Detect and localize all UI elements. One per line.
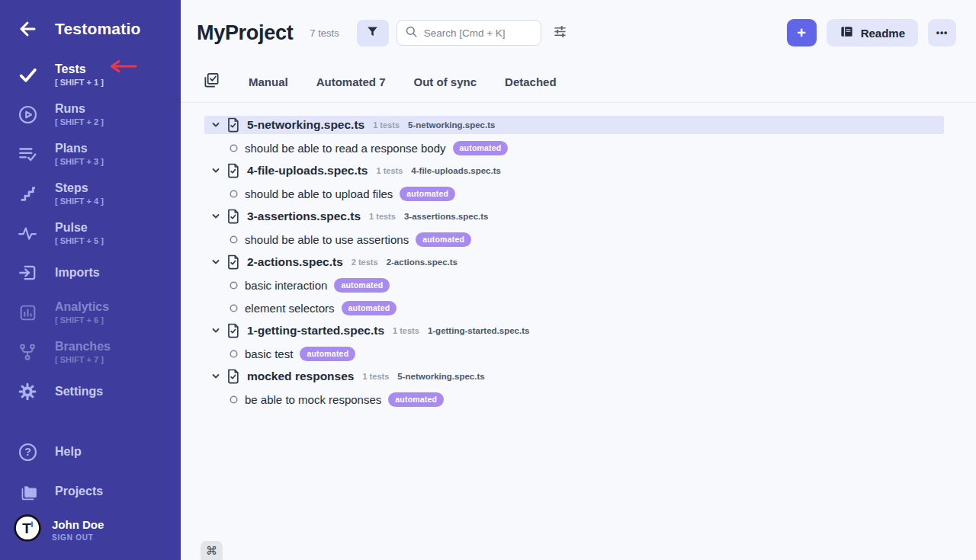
sidebar-item-label: Tests xyxy=(55,62,104,76)
funnel-icon xyxy=(365,24,380,41)
sidebar-item-pulse[interactable]: Pulse [ SHIFT + 5 ] xyxy=(0,213,181,253)
sidebar-item-steps[interactable]: Steps [ SHIFT + 4 ] xyxy=(0,174,181,213)
test-title[interactable]: be able to mock responses xyxy=(245,393,381,406)
test-row[interactable]: should be able to read a response body a… xyxy=(204,139,944,157)
chevron-down-icon[interactable] xyxy=(211,120,220,130)
sidebar-item-help[interactable]: ? Help xyxy=(0,432,181,472)
sidebar-item-shortcut: [ SHIFT + 7 ] xyxy=(55,355,111,364)
test-row[interactable]: element selectors automated xyxy=(204,299,944,317)
test-row[interactable]: should be able to upload files automated xyxy=(204,184,944,203)
sidebar: Testomatio Tests [ SHIFT + 1 ] Runs [ SH… xyxy=(0,0,181,560)
user-name: John Doe xyxy=(52,518,104,531)
automated-badge: automated xyxy=(453,141,509,155)
tab-automated[interactable]: Automated 7 xyxy=(316,75,386,88)
bar-chart-icon xyxy=(17,303,38,322)
back-arrow-icon[interactable] xyxy=(18,20,37,38)
command-shortcut-button[interactable]: ⌘ xyxy=(201,541,223,560)
sidebar-item-label: Pulse xyxy=(55,221,104,235)
page-title: MyProject xyxy=(197,21,293,45)
steps-icon xyxy=(17,184,38,203)
suite-file-label: 5-networking.spec.ts xyxy=(397,372,484,381)
sidebar-item-shortcut: [ SHIFT + 6 ] xyxy=(55,315,109,325)
suite-row[interactable]: 3-assertions.spec.ts 1 tests 3-assertion… xyxy=(204,207,944,226)
sidebar-item-label: Analytics xyxy=(55,300,109,314)
test-status-icon xyxy=(230,304,238,312)
avatar[interactable]: T xyxy=(14,514,41,545)
red-pointer-arrow-icon xyxy=(105,59,137,76)
suite-row[interactable]: 1-getting-started.spec.ts 1 tests 1-gett… xyxy=(204,322,944,340)
test-title[interactable]: basic interaction xyxy=(245,279,327,292)
test-row[interactable]: basic interaction automated xyxy=(204,276,944,294)
sidebar-item-branches[interactable]: Branches [ SHIFT + 7 ] xyxy=(0,332,181,372)
test-row[interactable]: be able to mock responses automated xyxy=(204,390,944,408)
sidebar-item-plans[interactable]: Plans [ SHIFT + 3 ] xyxy=(0,134,181,174)
tab-manual[interactable]: Manual xyxy=(249,75,288,88)
test-status-icon xyxy=(230,235,238,244)
folder-icon xyxy=(17,482,38,502)
sidebar-item-analytics[interactable]: Analytics [ SHIFT + 6 ] xyxy=(0,293,181,332)
test-row[interactable]: basic test automated xyxy=(204,344,944,363)
automated-badge: automated xyxy=(416,232,471,247)
suite-file-label: 3-assertions.spec.ts xyxy=(404,212,489,221)
sidebar-item-settings[interactable]: Settings xyxy=(0,372,181,411)
test-title[interactable]: element selectors xyxy=(245,302,335,315)
test-title[interactable]: should be able to read a response body xyxy=(245,142,446,155)
suite-test-count: 1 tests xyxy=(376,166,403,175)
add-test-button[interactable]: + xyxy=(787,19,817,46)
suite-name[interactable]: mocked responses xyxy=(247,370,354,383)
tab-detached[interactable]: Detached xyxy=(505,75,557,88)
suite-file-label: 1-getting-started.spec.ts xyxy=(428,326,530,335)
automated-badge: automated xyxy=(334,278,390,293)
tune-sliders-icon xyxy=(553,24,567,41)
chevron-down-icon[interactable] xyxy=(211,258,220,267)
test-title[interactable]: basic test xyxy=(245,347,293,360)
suite-row[interactable]: 4-file-uploads.spec.ts 1 tests 4-file-up… xyxy=(204,162,944,180)
main-content: MyProject 7 tests + Readme xyxy=(181,0,976,560)
sidebar-item-imports[interactable]: Imports xyxy=(0,253,181,293)
sidebar-item-tests[interactable]: Tests [ SHIFT + 1 ] xyxy=(0,55,181,94)
sidebar-item-label: Plans xyxy=(55,142,104,155)
header-actions: + Readme ••• xyxy=(787,19,956,46)
more-options-button[interactable]: ••• xyxy=(928,19,956,46)
sidebar-footer: ? Help Projects T John Doe SIGN OUT xyxy=(0,432,181,560)
file-check-icon xyxy=(226,163,240,178)
sidebar-item-label: Runs xyxy=(55,102,104,116)
svg-text:?: ? xyxy=(24,446,31,458)
tab-bar: Manual Automated 7 Out of sync Detached xyxy=(181,62,976,103)
search-box[interactable] xyxy=(396,20,541,46)
search-input[interactable] xyxy=(424,27,533,39)
test-list: 5-networking.spec.ts 1 tests 5-networkin… xyxy=(204,116,944,408)
select-all-button[interactable] xyxy=(203,72,220,92)
suite-row[interactable]: mocked responses 1 tests 5-networking.sp… xyxy=(204,367,944,386)
filter-button[interactable] xyxy=(357,20,389,46)
suite-row[interactable]: 5-networking.spec.ts 1 tests 5-networkin… xyxy=(204,116,944,134)
test-row[interactable]: should be able to use assertions automat… xyxy=(204,230,944,248)
sidebar-item-label: Settings xyxy=(55,385,103,398)
sidebar-brand-row: Testomatio xyxy=(0,0,181,38)
suite-name[interactable]: 1-getting-started.spec.ts xyxy=(247,324,384,338)
sign-out-link[interactable]: SIGN OUT xyxy=(52,533,104,542)
suite-name[interactable]: 5-networking.spec.ts xyxy=(247,118,364,132)
sidebar-item-runs[interactable]: Runs [ SHIFT + 2 ] xyxy=(0,94,181,134)
readme-button[interactable]: Readme xyxy=(827,19,918,46)
suite-name[interactable]: 3-assertions.spec.ts xyxy=(247,210,361,223)
chevron-down-icon[interactable] xyxy=(211,326,220,335)
book-icon xyxy=(840,24,854,41)
suite-name[interactable]: 4-file-uploads.spec.ts xyxy=(247,164,368,178)
test-title[interactable]: should be able to use assertions xyxy=(245,233,409,246)
test-status-icon xyxy=(230,395,238,404)
file-check-icon xyxy=(226,117,240,133)
chevron-down-icon[interactable] xyxy=(211,372,220,381)
chevron-down-icon[interactable] xyxy=(211,212,220,221)
sidebar-item-projects[interactable]: Projects xyxy=(0,472,181,511)
user-account[interactable]: T John Doe SIGN OUT xyxy=(0,511,181,552)
brand-title: Testomatio xyxy=(55,20,140,38)
suite-row[interactable]: 2-actions.spec.ts 2 tests 2-actions.spec… xyxy=(204,253,944,271)
suite-test-count: 1 tests xyxy=(373,120,400,130)
chevron-down-icon[interactable] xyxy=(211,166,220,175)
suite-name[interactable]: 2-actions.spec.ts xyxy=(247,255,343,269)
test-title[interactable]: should be able to upload files xyxy=(245,187,393,200)
test-status-icon xyxy=(230,190,238,198)
view-options-button[interactable] xyxy=(553,24,567,41)
tab-out-of-sync[interactable]: Out of sync xyxy=(414,75,477,88)
